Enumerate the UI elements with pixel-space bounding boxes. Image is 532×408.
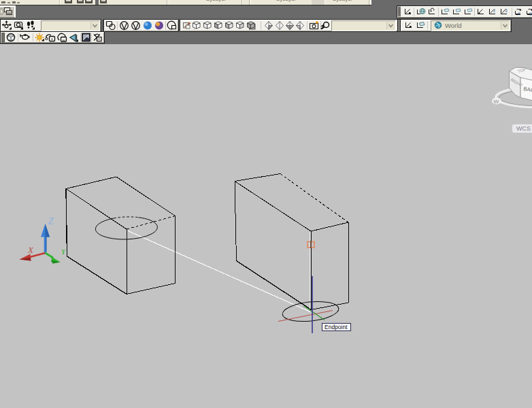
svg-text:x: x <box>518 11 521 16</box>
svg-text:3: 3 <box>505 8 508 13</box>
svg-text:z: z <box>493 8 495 13</box>
svg-text:y: y <box>530 11 532 16</box>
